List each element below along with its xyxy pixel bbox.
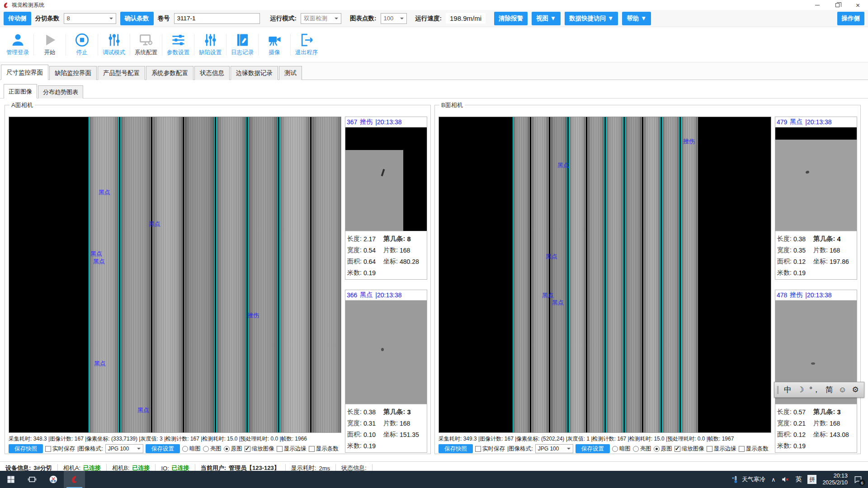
app-logo-icon: [70, 475, 79, 484]
task-view-button[interactable]: [21, 471, 42, 488]
toolbar-admin-login[interactable]: 管理登录: [3, 33, 33, 56]
radio-option[interactable]: 亮图: [203, 445, 222, 453]
metric-value: 3: [837, 408, 840, 416]
metric-value: 0.19: [793, 442, 806, 450]
ime-item-5[interactable]: ⚙: [852, 386, 859, 394]
metric-value: 4: [837, 235, 840, 243]
notification-center-button[interactable]: 6: [854, 475, 863, 484]
radio-option[interactable]: 暗图: [612, 445, 631, 453]
ime-item-3[interactable]: 简: [826, 386, 833, 394]
radio-option[interactable]: 亮图: [633, 445, 651, 453]
metric-value: 480.28: [400, 258, 419, 265]
defect-card[interactable]: 366黑点|20:13:38长度:0.38第几条:3宽度:0.31片数:168面…: [345, 290, 427, 453]
roll-number-input[interactable]: [174, 13, 260, 24]
hidden-icons-chevron[interactable]: ∧: [771, 476, 776, 483]
ime-mode-badge[interactable]: 拼: [807, 475, 816, 484]
taskbar-clock[interactable]: 20:13 2025/2/10: [822, 473, 848, 486]
realtime-save-checkbox[interactable]: 实时保存: [475, 445, 505, 453]
checkbox-option[interactable]: 缩放图像: [675, 445, 704, 453]
checkbox-option[interactable]: 显示条数: [309, 445, 339, 453]
toolbar-system-config[interactable]: 系统配置: [131, 33, 161, 56]
radio-icon: [654, 446, 660, 452]
metric-cell: 第几条:3: [813, 406, 856, 418]
toolbar-camera[interactable]: 摄像: [259, 33, 289, 56]
save-settings-button[interactable]: 保存设置: [146, 444, 180, 453]
defect-card[interactable]: 478挫伤|20:13:38长度:0.57第几条:3宽度:0.21片数:168面…: [775, 290, 857, 453]
toolbar-log-record[interactable]: 日志记录: [227, 33, 257, 56]
ime-item-2[interactable]: °，: [809, 386, 820, 394]
camera-image-a: 黑点黑点黑点黑点挫伤黑点黑点: [9, 117, 341, 433]
save-snapshot-button[interactable]: 保存快照: [9, 444, 43, 453]
minimize-button[interactable]: [807, 0, 827, 10]
checkbox-option[interactable]: 显示边缘: [277, 445, 307, 453]
data-quick-access-button[interactable]: 数据快捷访问 ▼: [565, 12, 618, 25]
tab-3[interactable]: 系统参数配置: [146, 66, 193, 80]
toolbar-start[interactable]: 开始: [35, 33, 65, 56]
radio-option[interactable]: 原图: [654, 445, 672, 453]
toolbar-exit[interactable]: 退出程序: [292, 33, 321, 56]
tab-6[interactable]: 测试: [279, 66, 302, 80]
tab-4[interactable]: 状态信息: [194, 66, 230, 80]
subtab-1[interactable]: 分布趋势图表: [38, 85, 83, 99]
toolbar-param-settings[interactable]: 参数设置: [163, 33, 193, 56]
toolbar-debug-mode[interactable]: 调试模式: [99, 33, 129, 56]
defect-card[interactable]: 367挫伤|20:13:38长度:2.17第几条:8宽度:0.54片数:168面…: [345, 117, 427, 280]
minimize-icon: [815, 5, 820, 5]
save-settings-button[interactable]: 保存设置: [576, 444, 610, 453]
cut-count-select[interactable]: 8: [64, 13, 116, 24]
realtime-save-checkbox[interactable]: 实时保存: [45, 445, 75, 453]
ime-item-1[interactable]: ☽: [797, 386, 804, 394]
metric-value: 0.35: [793, 247, 806, 254]
tab-1[interactable]: 缺陷监控界面: [49, 66, 97, 80]
tab-0[interactable]: 尺寸监控界面: [1, 65, 48, 80]
metric-label: 米数:: [777, 269, 792, 277]
metric-cell: 米数:0.19: [347, 440, 383, 451]
weather-widget[interactable]: 天气寒冷: [731, 475, 765, 483]
toolbar-stop[interactable]: 停止: [67, 33, 97, 56]
image-format-select[interactable]: JPG 100: [535, 444, 573, 453]
subtab-0[interactable]: 正面图像: [4, 84, 37, 99]
image-format-label: |图像格式:: [77, 445, 103, 453]
task-view-icon: [28, 475, 37, 484]
metric-value: 0.31: [363, 420, 376, 427]
ime-grip-icon[interactable]: [777, 386, 778, 394]
checkbox-option[interactable]: 显示边缘: [707, 445, 736, 453]
sub-tabs: 正面图像分布趋势图表: [0, 80, 868, 99]
language-indicator[interactable]: 英: [795, 475, 802, 483]
help-menu-button[interactable]: 帮助 ▼: [622, 12, 651, 25]
defect-label: 黑点: [552, 299, 564, 307]
image-format-select[interactable]: JPG 100: [105, 444, 143, 453]
restore-button[interactable]: [827, 0, 848, 10]
volume-muted-button[interactable]: [781, 475, 789, 483]
ime-item-0[interactable]: 中: [784, 386, 792, 394]
radio-option[interactable]: 暗图: [182, 445, 201, 453]
checkbox-option[interactable]: 显示条数: [739, 445, 769, 453]
inspection-app-taskbar-button[interactable]: [64, 471, 85, 488]
metric-label: 长度:: [777, 235, 792, 243]
drive-side-button[interactable]: 传动侧: [4, 12, 31, 25]
chart-points-select[interactable]: 100: [381, 13, 407, 24]
start-button[interactable]: [0, 471, 21, 488]
radio-option[interactable]: 原图: [224, 445, 242, 453]
checkbox-option[interactable]: 缩放图像: [245, 445, 274, 453]
clear-alarm-button[interactable]: 清除报警: [494, 12, 528, 25]
save-snapshot-button[interactable]: 保存快照: [439, 444, 473, 453]
defect-card[interactable]: 479黑点|20:13:38长度:0.38第几条:4宽度:0.35片数:168面…: [775, 117, 857, 280]
film-strip: [184, 117, 214, 432]
snipping-tool-button[interactable]: [42, 471, 64, 488]
run-mode-select[interactable]: 双面检测: [301, 13, 341, 24]
tab-2[interactable]: 产品型号配置: [98, 66, 145, 80]
film-strip: [587, 117, 604, 432]
metric-value: 0.10: [363, 431, 376, 438]
metric-label: 坐标:: [813, 258, 828, 266]
confirm-count-button[interactable]: 确认条数: [120, 12, 154, 25]
toolbar-defect-settings[interactable]: 缺陷设置: [195, 33, 225, 56]
tab-5[interactable]: 边缘数据记录: [231, 66, 278, 80]
ime-item-4[interactable]: ☺: [839, 386, 846, 394]
view-menu-button[interactable]: 视图 ▼: [532, 12, 561, 25]
operator-side-button[interactable]: 操作侧: [837, 12, 865, 25]
windows-logo-icon: [6, 475, 15, 484]
app-logo-icon: [3, 2, 9, 9]
close-button[interactable]: [848, 0, 868, 10]
run-speed-value: 198.9m/mi: [446, 13, 486, 23]
